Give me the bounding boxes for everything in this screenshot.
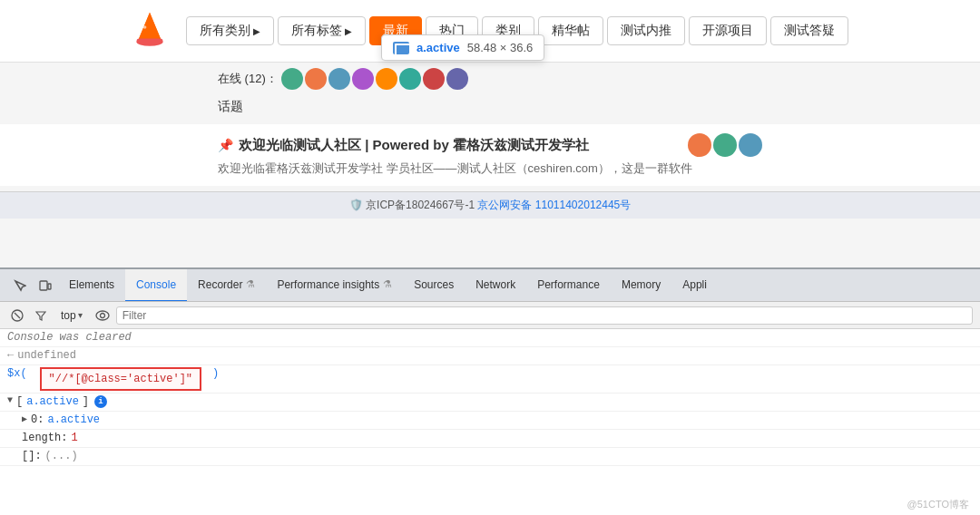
- result-element-link[interactable]: a.active: [26, 395, 79, 408]
- item-triangle[interactable]: ▶: [22, 413, 27, 424]
- online-label: 在线 (12)：: [218, 71, 278, 87]
- post-avatar: [713, 133, 737, 157]
- prompt-icon: $x(: [7, 367, 27, 380]
- tab-console[interactable]: Console: [125, 269, 187, 302]
- tab-memory[interactable]: Memory: [611, 269, 671, 302]
- svg-point-4: [143, 25, 147, 29]
- length-value: 1: [71, 432, 77, 444]
- logo-area: [132, 11, 168, 52]
- item-value-link[interactable]: a.active: [47, 413, 100, 426]
- console-output: Console was cleared ← undefined $x("//*[…: [0, 329, 980, 515]
- console-input-line: $x("//*[@class='active']"): [0, 365, 980, 394]
- console-toolbar: top ▾: [0, 302, 980, 329]
- devtools-tabs-bar: Elements Console Recorder ⚗ Performance …: [0, 269, 980, 302]
- eye-btn[interactable]: [93, 306, 113, 326]
- close-paren: ): [212, 367, 219, 380]
- devtools-panel: Elements Console Recorder ⚗ Performance …: [0, 267, 980, 515]
- nav-tab-featured[interactable]: 精华帖: [538, 16, 603, 45]
- eye-icon: [95, 310, 110, 321]
- svg-point-9: [96, 311, 109, 320]
- length-key: length:: [22, 432, 67, 444]
- clear-icon: [11, 309, 24, 322]
- element-tooltip: a.active 58.48 × 36.6: [381, 34, 544, 61]
- nav-tab-recruit[interactable]: 测试内推: [607, 16, 685, 45]
- avatar: [446, 68, 468, 90]
- post-avatar: [739, 133, 762, 157]
- svg-rect-5: [40, 281, 47, 290]
- undefined-text: undefined: [17, 349, 76, 362]
- tab-performance-insights[interactable]: Performance insights ⚗: [266, 269, 403, 302]
- filter-icon: [35, 310, 46, 321]
- post-avatar: [688, 133, 711, 157]
- devtools-inspect-btn[interactable]: [7, 273, 33, 298]
- console-result-item-0: ▶ 0: a.active: [0, 412, 980, 430]
- svg-point-10: [100, 313, 104, 317]
- cursor-icon: [14, 279, 26, 292]
- tab-performance[interactable]: Performance: [526, 269, 611, 302]
- nav-tab-opensource[interactable]: 开源项目: [689, 16, 767, 45]
- avatar: [328, 68, 350, 90]
- svg-marker-2: [138, 12, 162, 41]
- pin-icon: 📌: [218, 138, 233, 152]
- tab-recorder[interactable]: Recorder ⚗: [187, 269, 266, 302]
- console-result-proto: []: (...): [0, 448, 980, 466]
- tooltip-dimensions: 58.48 × 36.6: [467, 41, 534, 54]
- cleared-text: Console was cleared: [7, 331, 132, 344]
- result-array-bracket: [: [16, 395, 23, 408]
- recorder-icon: ⚗: [246, 278, 255, 290]
- context-dropdown-icon: ▾: [78, 310, 83, 320]
- post-description: 欢迎光临霍格沃兹测试开发学社 学员社区——测试人社区（ceshiren.com）…: [218, 160, 762, 177]
- console-command: "//*[@class='active']": [40, 367, 201, 391]
- tab-application[interactable]: Appli: [671, 269, 718, 302]
- avatar: [305, 68, 327, 90]
- console-result-header: ▼ [ a.active ] i: [0, 394, 980, 412]
- avatar: [281, 68, 303, 90]
- arrow-left-icon: ←: [7, 349, 14, 362]
- svg-rect-3: [137, 38, 163, 43]
- result-array-bracket-close: ]: [83, 395, 89, 408]
- post-title: 📌 欢迎光临测试人社区 | Powered by 霍格沃兹测试开发学社: [218, 133, 762, 157]
- nav-tab-qa[interactable]: 测试答疑: [770, 16, 848, 45]
- tab-elements[interactable]: Elements: [58, 269, 125, 302]
- topic-label: 话题: [218, 99, 243, 113]
- icp-number: 京ICP备18024667号-1: [366, 199, 477, 211]
- svg-line-8: [15, 313, 20, 318]
- nav-tab-categories[interactable]: 所有类别: [186, 16, 274, 45]
- watermark: @51CTO博客: [907, 498, 969, 511]
- site-logo: [132, 11, 168, 52]
- item-index: 0:: [31, 413, 44, 426]
- avatar: [352, 68, 374, 90]
- post-area: 📌 欢迎光临测试人社区 | Powered by 霍格沃兹测试开发学社 欢迎光临…: [0, 124, 980, 186]
- console-undefined-line: ← undefined: [0, 347, 980, 365]
- filter-btn[interactable]: [31, 306, 51, 326]
- element-icon: [393, 42, 409, 54]
- svg-rect-6: [48, 284, 51, 289]
- nav-tab-tags[interactable]: 所有标签: [278, 16, 366, 45]
- clear-console-btn[interactable]: [7, 306, 27, 326]
- icp-bar: 🛡️ 京ICP备18024667号-1 京公网安备 11011402012445…: [0, 191, 980, 219]
- filter-input[interactable]: [116, 306, 973, 325]
- tab-sources[interactable]: Sources: [403, 269, 465, 302]
- device-icon: [39, 279, 52, 292]
- topic-bar: 话题: [0, 95, 980, 119]
- console-result-length: length: 1: [0, 430, 980, 448]
- watermark-text: @51CTO博客: [907, 499, 969, 510]
- avatar: [376, 68, 397, 90]
- proto-key: []:: [22, 450, 42, 462]
- context-label: top: [61, 309, 76, 322]
- devtools-device-btn[interactable]: [33, 273, 58, 298]
- icp-shield-icon: 🛡️: [349, 199, 363, 211]
- context-selector[interactable]: top ▾: [54, 306, 89, 325]
- tab-network[interactable]: Network: [465, 269, 526, 302]
- tooltip-element-name: a.active: [416, 41, 460, 54]
- proto-value[interactable]: (...): [45, 450, 78, 462]
- online-bar: 在线 (12)：: [0, 63, 980, 95]
- perf-insights-icon: ⚗: [383, 278, 392, 290]
- console-cleared-msg: Console was cleared: [0, 329, 980, 347]
- result-triangle[interactable]: ▼: [7, 395, 13, 405]
- icp-link[interactable]: 京公网安备 11011402012445号: [477, 199, 631, 211]
- avatar-group: [281, 68, 468, 90]
- post-title-text: 欢迎光临测试人社区 | Powered by 霍格沃兹测试开发学社: [239, 137, 589, 154]
- info-icon[interactable]: i: [94, 395, 107, 408]
- website-area: a.active 58.48 × 36.6 所有类别 所有标签 最新 热门 类别…: [0, 0, 980, 267]
